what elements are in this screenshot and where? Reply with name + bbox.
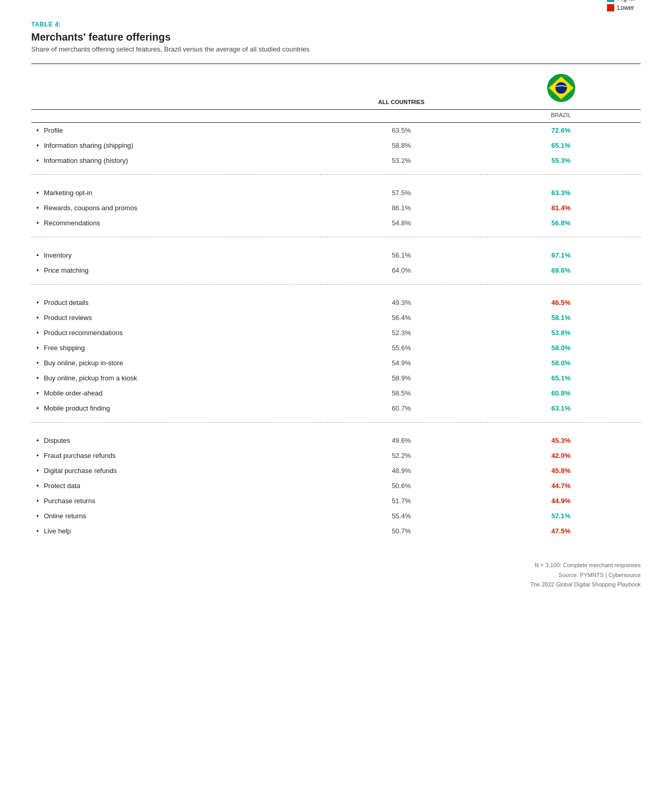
feature-label: Price matching	[44, 266, 88, 274]
table-row: • Online returns 55.4% 57.1%	[31, 508, 641, 523]
feature-label: Purchase returns	[44, 497, 95, 505]
all-countries-value: 51.7%	[321, 493, 481, 508]
section-divider	[31, 175, 641, 180]
bullet-icon: •	[36, 482, 39, 490]
country-subheader-row: BRAZIL	[31, 110, 641, 123]
table-row: • Protect data 50.6% 44.7%	[31, 478, 641, 493]
table-title: Merchants' feature offerings	[31, 31, 641, 43]
bullet-icon: •	[36, 189, 39, 197]
section-spacer	[31, 179, 641, 185]
table-row: • Buy online, pickup from a kiosk 58.9% …	[31, 371, 641, 386]
svg-point-2	[555, 82, 567, 94]
feature-cell: • Recommendations	[31, 215, 321, 231]
brazil-flag-cell	[486, 74, 636, 105]
all-countries-value: 58.9%	[321, 371, 481, 386]
feature-cell: • Digital purchase refunds	[31, 463, 321, 478]
feature-label: Inventory	[44, 251, 71, 259]
brazil-value: 57.1%	[481, 508, 641, 523]
bullet-icon: •	[36, 389, 39, 397]
section-trail-spacer	[31, 231, 641, 237]
all-countries-value: 53.2%	[321, 153, 481, 168]
feature-label: Live help	[44, 527, 71, 535]
section-divider	[31, 423, 641, 427]
brazil-value: 44.7%	[481, 478, 641, 493]
feature-cell: • Live help	[31, 523, 321, 539]
table-row: • Product reviews 56.4% 58.1%	[31, 310, 641, 325]
table-row: • Price matching 64.0% 69.6%	[31, 263, 641, 278]
brazil-value: 53.8%	[481, 325, 641, 340]
table-subtitle: Share of merchants offering select featu…	[31, 45, 641, 53]
header-row: ALL COUNTRIES	[31, 70, 641, 110]
table-row: • Free shipping 55.6% 58.0%	[31, 340, 641, 355]
all-countries-value: 48.9%	[321, 463, 481, 478]
feature-label: Product details	[44, 299, 88, 306]
all-countries-value: 49.6%	[321, 433, 481, 448]
all-countries-value: 52.3%	[321, 325, 481, 340]
bullet-icon: •	[36, 219, 39, 227]
feature-label: Information sharing (history)	[44, 157, 128, 164]
brazil-header	[481, 70, 641, 110]
feature-cell: • Purchase returns	[31, 493, 321, 508]
legend: Higher Lower	[607, 0, 636, 11]
all-countries-subheader	[321, 110, 481, 123]
brazil-value: 47.5%	[481, 523, 641, 539]
table-row: • Buy online, pickup in-store 54.9% 58.0…	[31, 355, 641, 371]
section-trail-spacer	[31, 168, 641, 175]
brazil-flag-icon	[547, 74, 575, 102]
feature-cell: • Inventory	[31, 248, 321, 263]
feature-cell: • Fraud purchase refunds	[31, 448, 321, 463]
feature-cell: • Online returns	[31, 508, 321, 523]
brazil-value: 65.1%	[481, 371, 641, 386]
brazil-value: 72.6%	[481, 123, 641, 138]
bullet-icon: •	[36, 452, 39, 459]
section-spacer	[31, 427, 641, 433]
feature-cell: • Protect data	[31, 478, 321, 493]
feature-cell: • Rewards, coupons and promos	[31, 200, 321, 215]
all-countries-value: 49.3%	[321, 295, 481, 310]
table-row: • Mobile order-ahead 58.5% 60.8%	[31, 386, 641, 401]
section-trail-spacer	[31, 539, 641, 545]
feature-cell: • Free shipping	[31, 340, 321, 355]
higher-color-box	[607, 0, 614, 2]
bullet-icon: •	[36, 512, 39, 520]
feature-cell: • Buy online, pickup in-store	[31, 355, 321, 371]
feature-label: Profile	[44, 126, 63, 134]
section-spacer	[31, 289, 641, 295]
all-countries-value: 55.4%	[321, 508, 481, 523]
table-row: • Marketing opt-in 57.5% 63.3%	[31, 185, 641, 200]
table-row: • Digital purchase refunds 48.9% 45.8%	[31, 463, 641, 478]
table-row: • Product recommendations 52.3% 53.8%	[31, 325, 641, 340]
lower-color-box	[607, 4, 614, 11]
all-countries-value: 86.1%	[321, 200, 481, 215]
feature-cell: • Product recommendations	[31, 325, 321, 340]
feature-label: Disputes	[44, 437, 70, 444]
feature-label: Online returns	[44, 512, 86, 520]
feature-label: Mobile product finding	[44, 404, 110, 412]
bullet-icon: •	[36, 266, 39, 274]
table-body: • Profile 63.5% 72.6% • Information shar…	[31, 123, 641, 545]
section-spacer	[31, 241, 641, 248]
bullet-icon: •	[36, 314, 39, 322]
legend-lower-label: Lower	[617, 4, 635, 11]
brazil-value: 44.9%	[481, 493, 641, 508]
footnote-line1: N = 3,100: Complete merchant responses	[31, 560, 641, 570]
feature-cell: • Marketing opt-in	[31, 185, 321, 200]
brazil-value: 42.0%	[481, 448, 641, 463]
feature-cell: • Mobile product finding	[31, 401, 321, 416]
brazil-value: 46.5%	[481, 295, 641, 310]
all-countries-value: 52.2%	[321, 448, 481, 463]
bullet-icon: •	[36, 251, 39, 259]
brazil-value: 45.3%	[481, 433, 641, 448]
all-countries-header: ALL COUNTRIES	[321, 70, 481, 110]
feature-label: Marketing opt-in	[44, 189, 92, 197]
brazil-value: 58.1%	[481, 310, 641, 325]
feature-label: Free shipping	[44, 344, 85, 352]
bullet-icon: •	[36, 299, 39, 306]
table-row: • Disputes 49.6% 45.3%	[31, 433, 641, 448]
all-countries-value: 50.6%	[321, 478, 481, 493]
table-row: • Live help 50.7% 47.5%	[31, 523, 641, 539]
bullet-icon: •	[36, 329, 39, 337]
table-row: • Fraud purchase refunds 52.2% 42.0%	[31, 448, 641, 463]
all-countries-value: 57.5%	[321, 185, 481, 200]
feature-col-header	[31, 70, 321, 110]
